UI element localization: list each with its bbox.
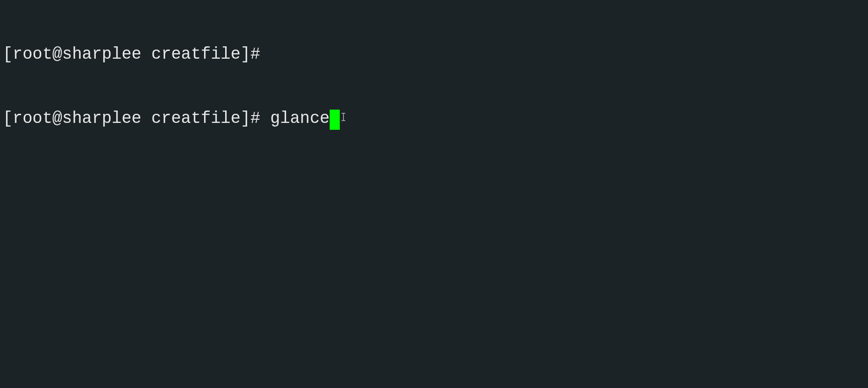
terminal-line: [root@sharplee creatfile]# bbox=[3, 44, 865, 66]
terminal-area[interactable]: [root@sharplee creatfile]# [root@sharple… bbox=[0, 0, 868, 152]
terminal-cursor bbox=[330, 110, 340, 130]
shell-prompt: [root@sharplee creatfile]# bbox=[3, 45, 260, 64]
shell-prompt: [root@sharplee creatfile]# bbox=[3, 109, 260, 128]
terminal-line: [root@sharplee creatfile]# glance bbox=[3, 108, 865, 130]
command-text: glance bbox=[270, 109, 330, 128]
